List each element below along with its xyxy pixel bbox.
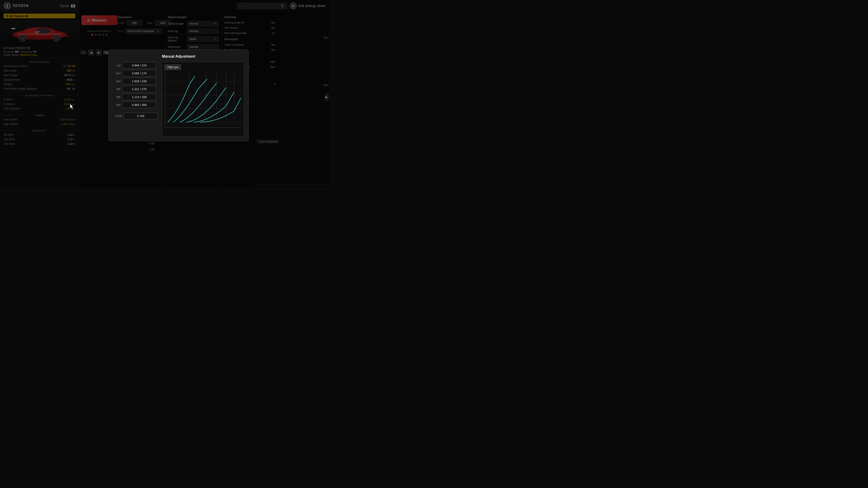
gear-6-label: 6th: [113, 103, 121, 107]
gear-1-input[interactable]: [122, 62, 156, 69]
gear-5-label: 5th: [113, 95, 121, 99]
gear-3-input[interactable]: [122, 78, 156, 85]
gear-4-label: 4th: [113, 88, 121, 91]
gear-2-input[interactable]: [122, 70, 156, 76]
gear-3-label: 3rd: [113, 79, 121, 83]
gear-chart-svg: [162, 62, 244, 136]
final-input[interactable]: [124, 113, 158, 119]
gear-1-label: 1st: [113, 64, 121, 67]
gear-4-input[interactable]: [122, 86, 156, 92]
gear-6-row: 6th: [113, 102, 158, 108]
rpm-badge: 7500 rpm: [164, 65, 181, 70]
gear-4-row: 4th: [113, 86, 158, 92]
dialog-body: 1st 2nd 3rd 4th 5th 6th: [113, 62, 244, 136]
gear-1-row: 1st: [113, 62, 158, 69]
gear-table: 1st 2nd 3rd 4th 5th 6th: [113, 62, 158, 136]
final-row: Final: [113, 113, 158, 119]
manual-adjustment-dialog: Manual Adjustment 1st 2nd 3rd 4th 5th: [108, 50, 249, 141]
gear-5-row: 5th: [113, 94, 158, 100]
gear-6-input[interactable]: [122, 102, 156, 108]
gear-3-row: 3rd: [113, 78, 158, 85]
dialog-title: Manual Adjustment: [113, 55, 244, 59]
gear-chart: 7500 rpm: [162, 62, 244, 136]
gear-2-row: 2nd: [113, 70, 158, 76]
gear-2-label: 2nd: [113, 72, 121, 75]
gear-5-input[interactable]: [122, 94, 156, 100]
svg-rect-16: [162, 63, 244, 136]
final-label: Final: [113, 114, 122, 118]
